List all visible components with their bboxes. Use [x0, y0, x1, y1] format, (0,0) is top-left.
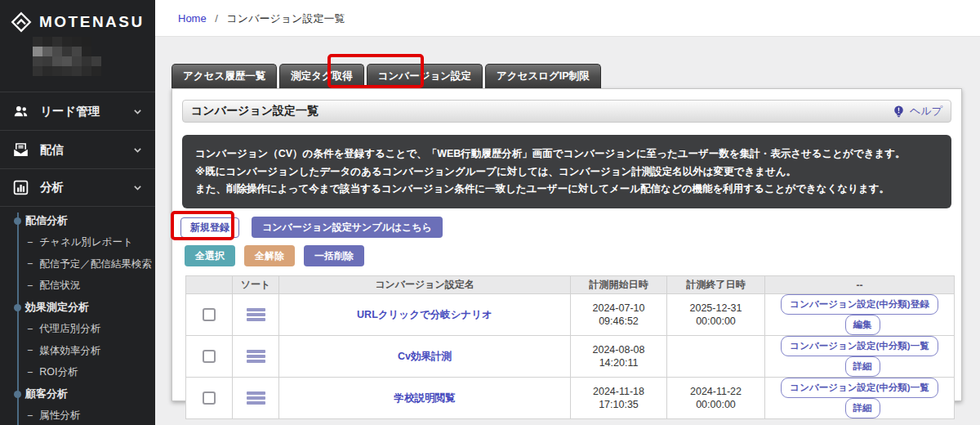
primary-button-row: 新規登録 コンバージョン設定サンプルはこちら — [180, 217, 443, 238]
chevron-down-icon — [132, 145, 143, 155]
chevron-down-icon — [132, 182, 143, 193]
table-row: 学校説明閲覧 2024-11-1817:10:35 2024-11-2200:0… — [186, 378, 955, 419]
censored-user-info — [33, 37, 101, 76]
breadcrumb-current: コンバージョン設定一覧 — [227, 12, 345, 25]
conversion-name-link[interactable]: 学校説明閲覧 — [394, 392, 456, 404]
sample-link-button[interactable]: コンバージョン設定サンプルはこちら — [252, 217, 443, 238]
users-icon — [12, 103, 29, 120]
conversion-settings-table: ソート コンバージョン設定名 計測開始日時 計測終了日時 -- URLクリックで… — [185, 275, 955, 419]
end-time: 00:00:00 — [667, 315, 764, 328]
header-checkbox — [186, 276, 233, 294]
end-date: 2025-12-31 — [667, 302, 764, 315]
breadcrumb: Home / コンバージョン設定一覧 — [178, 11, 345, 26]
table-row: URLクリックで分岐シナリオ 2024-07-1009:46:52 2025-1… — [186, 294, 955, 336]
selection-button-row: 全選択 全解除 一括削除 — [185, 245, 364, 266]
submenu-item-roi-analysis[interactable]: −ROI分析 — [0, 362, 155, 384]
new-registration-button[interactable]: 新規登録 — [180, 217, 239, 238]
drag-handle-icon[interactable] — [247, 391, 265, 405]
sidebar-item-label: リード管理 — [40, 104, 132, 119]
details-button[interactable]: 詳細 — [845, 398, 880, 418]
conversion-name-link[interactable]: Cv効果計測 — [398, 351, 452, 362]
submenu-group-delivery-analysis[interactable]: 配信分析 — [0, 210, 155, 232]
motenasu-diamond-icon — [11, 11, 32, 33]
tab-access-log-ip[interactable]: アクセスログIP制限 — [485, 64, 601, 88]
breadcrumb-separator: / — [215, 12, 218, 25]
sidebar: MOTENASU リード管理 配信 — [0, 0, 155, 425]
bulk-delete-button[interactable]: 一括削除 — [304, 245, 364, 266]
logo: MOTENASU — [11, 11, 145, 33]
submenu-item-channel-report[interactable]: −チャネル別レポート — [0, 232, 155, 254]
chevron-down-icon — [132, 106, 143, 117]
deselect-all-button[interactable]: 全解除 — [244, 245, 295, 266]
submenu-item-attribute-analysis[interactable]: −属性分析 — [0, 405, 155, 425]
submenu-item-media-efficiency[interactable]: −媒体効率分析 — [0, 340, 155, 362]
mail-icon — [12, 141, 29, 159]
sidebar-item-label: 配信 — [40, 142, 132, 158]
row-checkbox[interactable] — [203, 391, 216, 405]
table-row: Cv効果計測 2024-08-0814:20:11 コンバージョン設定(中分類)… — [186, 336, 955, 378]
drag-handle-icon[interactable] — [247, 350, 265, 363]
end-time: 00:00:00 — [667, 398, 764, 411]
table-header-row: ソート コンバージョン設定名 計測開始日時 計測終了日時 -- — [186, 276, 955, 294]
start-time: 09:46:52 — [571, 315, 666, 328]
description-line: コンバージョン（CV）の条件を登録することで、「WEB行動履歴分析」画面でコンバ… — [195, 145, 938, 163]
select-all-button[interactable]: 全選択 — [185, 245, 235, 266]
app-window: MOTENASU リード管理 配信 — [0, 0, 980, 425]
page-title: コンバージョン設定一覧 — [191, 104, 892, 119]
lightbulb-icon — [892, 105, 906, 119]
description-line: ※既にコンバージョンしたデータのあるコンバージョングループに対しては、コンバージ… — [195, 163, 938, 181]
tab-conversion-settings[interactable]: コンバージョン設定 — [367, 64, 483, 88]
header-start-datetime: 計測開始日時 — [571, 276, 667, 294]
tab-measurement-tag[interactable]: 測定タグ取得 — [279, 64, 364, 88]
sidebar-menu: リード管理 配信 分析 — [0, 92, 155, 207]
submenu-group-effect-measurement[interactable]: 効果測定分析 — [0, 297, 155, 319]
header-name: コンバージョン設定名 — [279, 276, 571, 294]
sidebar-item-analysis[interactable]: 分析 — [0, 168, 155, 207]
submenu-group-customer-analysis[interactable]: 顧客分析 — [0, 383, 155, 405]
top-bar: Home / コンバージョン設定一覧 — [155, 0, 980, 37]
bar-chart-icon — [12, 179, 29, 196]
sidebar-item-label: 分析 — [40, 180, 132, 195]
tab-bar: アクセス履歴一覧 測定タグ取得 コンバージョン設定 アクセスログIP制限 — [172, 64, 601, 88]
description-box: コンバージョン（CV）の条件を登録することで、「WEB行動履歴分析」画面でコンバ… — [182, 135, 951, 208]
edit-button[interactable]: 編集 — [845, 315, 880, 335]
description-line: また、削除操作によって今まで該当するコンバージョン条件に一致したユーザーに対して… — [195, 181, 938, 199]
tab-access-history[interactable]: アクセス履歴一覧 — [172, 64, 277, 88]
subcategory-list-button[interactable]: コンバージョン設定(中分類)一覧 — [781, 378, 938, 398]
help-link[interactable]: ヘルプ — [892, 104, 942, 119]
submenu-item-delivery-schedule-search[interactable]: −配信予定／配信結果検索 — [0, 253, 155, 275]
start-date: 2024-07-10 — [571, 302, 666, 315]
subcategory-list-button[interactable]: コンバージョン設定(中分類)一覧 — [781, 336, 938, 356]
header-sort: ソート — [233, 276, 279, 294]
row-checkbox[interactable] — [203, 308, 216, 321]
submenu-item-delivery-status[interactable]: −配信状況 — [0, 275, 155, 298]
breadcrumb-home-link[interactable]: Home — [178, 12, 207, 25]
panel-header: コンバージョン設定一覧 ヘルプ — [182, 100, 951, 123]
details-button[interactable]: 詳細 — [845, 356, 880, 377]
sidebar-item-lead-management[interactable]: リード管理 — [0, 92, 155, 130]
header-actions: -- — [765, 276, 955, 294]
start-time: 17:10:35 — [571, 398, 666, 411]
conversion-name-link[interactable]: URLクリックで分岐シナリオ — [357, 309, 492, 320]
conversion-settings-panel: コンバージョン設定一覧 ヘルプ コンバージョン（CV）の条件を登録することで、「… — [172, 88, 962, 401]
start-date: 2024-08-08 — [571, 343, 666, 356]
drag-handle-icon[interactable] — [247, 308, 265, 321]
logo-text: MOTENASU — [39, 13, 145, 31]
start-date: 2024-11-18 — [571, 385, 666, 398]
sidebar-item-delivery[interactable]: 配信 — [0, 130, 155, 168]
end-date: 2024-11-22 — [667, 385, 764, 398]
start-time: 14:20:11 — [571, 356, 666, 369]
subcategory-register-button[interactable]: コンバージョン設定(中分類)登録 — [781, 294, 938, 315]
sidebar-submenu: 配信分析 −チャネル別レポート −配信予定／配信結果検索 −配信状況 効果測定分… — [0, 210, 155, 425]
submenu-item-agency-analysis[interactable]: −代理店別分析 — [0, 319, 155, 341]
row-checkbox[interactable] — [203, 350, 216, 363]
help-label: ヘルプ — [910, 104, 942, 119]
header-end-datetime: 計測終了日時 — [667, 276, 765, 294]
